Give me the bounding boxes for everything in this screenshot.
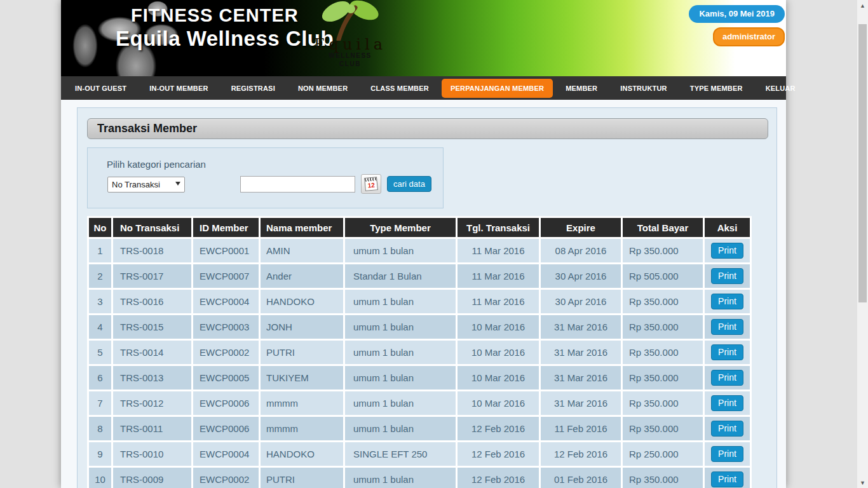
- search-category-select[interactable]: No Transaksi: [107, 177, 185, 193]
- calendar-icon: 12: [364, 177, 378, 191]
- cell-no-transaksi: TRS-0018: [113, 239, 191, 262]
- table-row: 7TRS-0012EWCP0006mmmmumum 1 bulan10 Mar …: [89, 391, 750, 415]
- cell-nama-member: PUTRI: [261, 341, 343, 364]
- print-button[interactable]: Print: [711, 471, 743, 487]
- cell-type-member: SINGLE EFT 250: [345, 442, 456, 466]
- header-banner: FITNESS CENTER Equila Wellness Club Equi…: [61, 0, 786, 76]
- transactions-table: NoNo TransaksiID MemberNama memberType M…: [87, 216, 752, 488]
- search-label: Pilih kategori pencarian: [107, 159, 206, 170]
- nav-item-perpanjangan-member[interactable]: PERPANJANGAN MEMBER: [442, 79, 553, 98]
- logo-sub-club: Club: [312, 60, 388, 69]
- print-button[interactable]: Print: [711, 294, 743, 309]
- nav-item-registrasi[interactable]: REGISTRASI: [220, 79, 287, 98]
- cell-total-bayar: Rp 350.000: [623, 468, 703, 488]
- cell-nama-member: mmmm: [261, 417, 343, 440]
- cell-type-member: umum 1 bulan: [345, 391, 456, 415]
- table-row: 2TRS-0017EWCP0007AnderStandar 1 Bulan11 …: [89, 264, 750, 288]
- cell-total-bayar: Rp 350.000: [623, 391, 703, 415]
- cell-no: 8: [89, 417, 111, 440]
- cell-no-transaksi: TRS-0009: [113, 468, 191, 488]
- user-badge[interactable]: administrator: [713, 27, 785, 46]
- print-button[interactable]: Print: [711, 370, 743, 386]
- cell-id-member: EWCP0006: [193, 417, 259, 440]
- cell-tgl-transaksi: 10 Mar 2016: [458, 341, 539, 364]
- cell-nama-member: Ander: [261, 264, 343, 288]
- cell-no-transaksi: TRS-0011: [113, 417, 191, 440]
- cell-total-bayar: Rp 350.000: [623, 239, 703, 262]
- cell-total-bayar: Rp 350.000: [623, 366, 703, 390]
- cell-nama-member: HANDOKO: [261, 290, 343, 313]
- cell-total-bayar: Rp 350.000: [623, 341, 703, 364]
- content-column: FITNESS CENTER Equila Wellness Club Equi…: [61, 0, 786, 488]
- nav-item-class-member[interactable]: CLASS MEMBER: [359, 79, 440, 98]
- cell-expire: 31 Mar 2016: [541, 366, 621, 390]
- table-header-row: NoNo TransaksiID MemberNama memberType M…: [89, 218, 750, 237]
- col-header-aksi: Aksi: [705, 218, 750, 237]
- cell-no-transaksi: TRS-0012: [113, 391, 191, 415]
- nav-item-non-member[interactable]: NON MEMBER: [287, 79, 359, 98]
- logo-text: Equila: [312, 37, 388, 52]
- calendar-day: 12: [365, 180, 377, 191]
- cell-id-member: EWCP0004: [193, 442, 259, 466]
- cell-type-member: umum 1 bulan: [345, 468, 456, 488]
- cell-type-member: Standar 1 Bulan: [345, 264, 456, 288]
- cell-expire: 30 Apr 2016: [541, 290, 621, 313]
- main-area: Transaksi Member Pilih kategori pencaria…: [61, 100, 786, 488]
- cell-tgl-transaksi: 10 Mar 2016: [458, 391, 539, 415]
- cell-total-bayar: Rp 350.000: [623, 315, 703, 339]
- cell-aksi: Print: [705, 264, 750, 288]
- table-row: 3TRS-0016EWCP0004HANDOKOumum 1 bulan11 M…: [89, 290, 750, 313]
- nav-item-keluar[interactable]: KELUAR: [754, 79, 807, 98]
- cell-expire: 31 Mar 2016: [541, 391, 621, 415]
- cell-no-transaksi: TRS-0015: [113, 315, 191, 339]
- banner-title-main: Equila Wellness Club: [116, 27, 334, 51]
- search-submit-button[interactable]: cari data: [387, 176, 431, 192]
- page-title: Transaksi Member: [87, 118, 768, 139]
- cell-id-member: EWCP0004: [193, 290, 259, 313]
- print-button[interactable]: Print: [711, 421, 743, 437]
- print-button[interactable]: Print: [711, 395, 743, 411]
- col-header-total-bayar: Total Bayar: [623, 218, 703, 237]
- calendar-button[interactable]: 12: [361, 174, 381, 194]
- print-button[interactable]: Print: [711, 319, 743, 335]
- cell-aksi: Print: [705, 290, 750, 313]
- cell-tgl-transaksi: 11 Mar 2016: [458, 239, 539, 262]
- cell-no: 4: [89, 315, 111, 339]
- cell-aksi: Print: [705, 417, 750, 440]
- nav-item-member[interactable]: MEMBER: [554, 79, 609, 98]
- cell-tgl-transaksi: 11 Mar 2016: [458, 264, 539, 288]
- cell-no: 3: [89, 290, 111, 313]
- nav-item-in-out-member[interactable]: IN-OUT MEMBER: [138, 79, 219, 98]
- col-header-tgl-transaksi: Tgl. Transaksi: [458, 218, 539, 237]
- cell-aksi: Print: [705, 315, 750, 339]
- cell-total-bayar: Rp 250.000: [623, 442, 703, 466]
- cell-aksi: Print: [705, 442, 750, 466]
- print-button[interactable]: Print: [711, 268, 743, 284]
- cell-no: 1: [89, 239, 111, 262]
- col-header-expire: Expire: [541, 218, 621, 237]
- table-row: 8TRS-0011EWCP0006mmmmumum 1 bulan12 Feb …: [89, 417, 750, 440]
- cell-tgl-transaksi: 10 Mar 2016: [458, 315, 539, 339]
- scrollbar-thumb[interactable]: [858, 24, 867, 302]
- print-button[interactable]: Print: [711, 243, 743, 259]
- search-input[interactable]: [240, 176, 355, 193]
- scrollbar[interactable]: ▲ ▼: [857, 0, 868, 488]
- print-button[interactable]: Print: [711, 446, 743, 462]
- scroll-down-arrow-icon[interactable]: ▼: [857, 477, 868, 488]
- cell-id-member: EWCP0006: [193, 391, 259, 415]
- cell-no: 10: [89, 468, 111, 488]
- content-panel: Transaksi Member Pilih kategori pencaria…: [77, 107, 777, 488]
- cell-no-transaksi: TRS-0017: [113, 264, 191, 288]
- table-row: 4TRS-0015EWCP0003JONHumum 1 bulan10 Mar …: [89, 315, 750, 339]
- cell-no: 7: [89, 391, 111, 415]
- nav-item-type-member[interactable]: TYPE MEMBER: [679, 79, 754, 98]
- nav-item-instruktur[interactable]: INSTRUKTUR: [609, 79, 679, 98]
- cell-expire: 11 Feb 2016: [541, 417, 621, 440]
- print-button[interactable]: Print: [711, 344, 743, 360]
- cell-tgl-transaksi: 10 Mar 2016: [458, 366, 539, 390]
- cell-nama-member: mmmm: [261, 391, 343, 415]
- nav-item-in-out-guest[interactable]: IN-OUT GUEST: [64, 79, 138, 98]
- scroll-up-arrow-icon[interactable]: ▲: [857, 0, 868, 11]
- cell-tgl-transaksi: 12 Feb 2016: [458, 417, 539, 440]
- cell-expire: 31 Mar 2016: [541, 315, 621, 339]
